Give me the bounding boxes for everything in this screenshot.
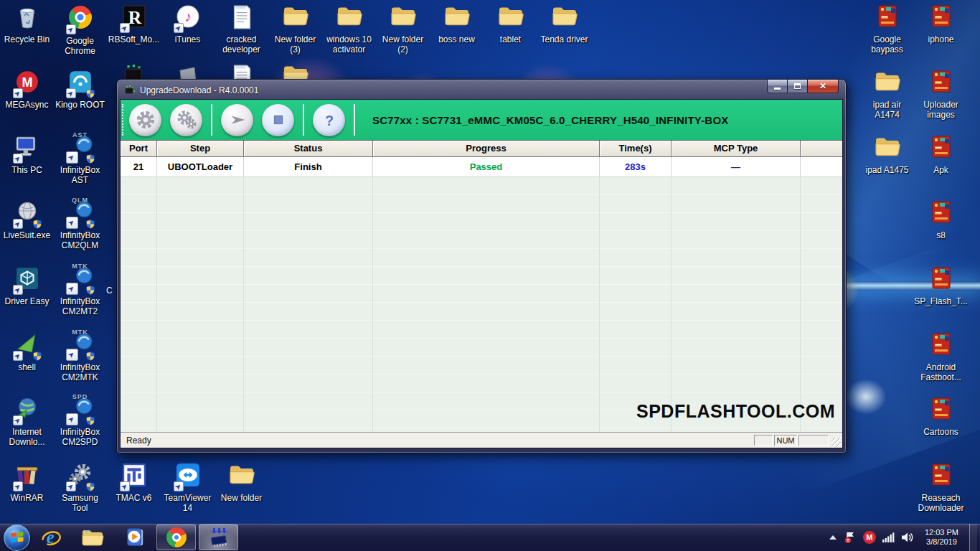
desktop-icon-windows-10-activator[interactable]: windows 10 activator xyxy=(322,4,376,55)
column-header-mcp-type[interactable]: MCP Type xyxy=(672,141,801,156)
desktop-icon-label: This PC xyxy=(0,165,54,175)
desktop-icon-tablet[interactable]: tablet xyxy=(484,4,537,44)
desktop-icon-ipad-air-a1474[interactable]: ipad air A1474 xyxy=(860,70,914,120)
icon-tag-label: MTK xyxy=(72,329,88,336)
desktop-icon-uploader-images[interactable]: Uploader images xyxy=(914,70,968,120)
show-hidden-icons-button[interactable] xyxy=(829,534,837,541)
mega-icon: M➤ xyxy=(12,70,42,98)
desktop-icon-new-folder-3[interactable]: New folder (3) xyxy=(268,4,322,55)
desktop-icon-apk[interactable]: Apk xyxy=(914,135,968,175)
desktop-icon-label: cracked developer xyxy=(215,34,268,55)
tray-clock[interactable]: 12:03 PM 3/8/2019 xyxy=(920,528,963,547)
network-signal-icon[interactable] xyxy=(882,532,895,542)
folder-icon xyxy=(281,4,311,33)
desktop-icon-livesuit-exe[interactable]: ➤LiveSuit.exe xyxy=(0,200,54,240)
desktop-icon-cracked-developer[interactable]: cracked developer xyxy=(215,4,268,55)
shortcut-arrow-icon: ➤ xyxy=(66,413,78,425)
desktop-icon-teamviewer-14[interactable]: ➤TeamViewer 14 xyxy=(161,463,215,513)
column-header-step[interactable]: Step xyxy=(157,141,244,156)
minimize-button[interactable] xyxy=(767,80,788,93)
taskbar-internet-explorer[interactable]: e xyxy=(30,524,72,551)
obscured-icon-label: C xyxy=(106,286,113,296)
window-titlebar[interactable]: UpgradeDownload - R4.0.0001 ✕ xyxy=(120,80,843,99)
desktop-icon-infinitybox-ast[interactable]: AST➤InfinityBox AST xyxy=(53,135,107,185)
desktop-icon-sp-flash-t[interactable]: SP_Flash_T... xyxy=(914,266,968,306)
chrome-icon xyxy=(166,527,187,547)
taskbar-google-chrome[interactable] xyxy=(156,524,196,550)
desktop-icon-infinitybox-cm2spd[interactable]: SPD➤InfinityBox CM2SPD xyxy=(53,397,107,447)
desktop-icon-kingo-root[interactable]: ➤Kingo ROOT xyxy=(53,70,107,110)
desktop-icon-android-fastboot[interactable]: Android Fastboot... xyxy=(914,332,968,382)
desktop-icon-internet-downlo[interactable]: ➤Internet Downlo... xyxy=(0,397,54,447)
desktop-icon-s8[interactable]: s8 xyxy=(914,200,968,240)
shortcut-arrow-icon: ➤ xyxy=(13,285,23,295)
desktop-icon-recycle-bin[interactable]: Recycle Bin xyxy=(0,4,54,44)
cell-step: UBOOTLoader xyxy=(157,157,244,176)
start-download-button[interactable] xyxy=(221,104,253,136)
desktop-icon-reaseach-downloader[interactable]: Reaseach Downloader xyxy=(914,463,968,513)
action-center-flag[interactable] xyxy=(844,531,857,544)
desktop-icon-ipad-a1475[interactable]: ipad A1475 xyxy=(860,135,914,175)
desktop-icon-new-folder[interactable]: New folder xyxy=(215,463,268,503)
desktop-icon-label: InfinityBox CM2MTK xyxy=(53,362,107,382)
desktop-icon-itunes[interactable]: ♪➤iTunes xyxy=(161,4,215,44)
taskbar-upgrade-download-tool[interactable] xyxy=(199,524,238,550)
desktop-icon-infinitybox-cm2mt2[interactable]: MTK➤InfinityBox CM2MT2 xyxy=(53,266,107,316)
desktop-icon-rbsoft-mo[interactable]: R➤RBSoft_Mo... xyxy=(107,4,161,44)
desktop-icon-samsung-tool[interactable]: ➤Samsung Tool xyxy=(53,463,107,513)
desktop-icon-tenda-driver[interactable]: Tenda driver xyxy=(537,4,591,44)
help-button[interactable]: ? xyxy=(313,104,345,136)
desktop-icon-label: Tenda driver xyxy=(537,34,591,44)
desktop-icon-iphone[interactable]: iphone xyxy=(914,4,968,44)
table-row[interactable]: 21 UBOOTLoader Finish Passed 283s — xyxy=(121,157,842,177)
samsungtool-icon: ➤ xyxy=(65,463,95,491)
shortcut-arrow-icon: ➤ xyxy=(13,415,23,425)
desktop-icon-tmac-v6[interactable]: ➤TMAC v6 xyxy=(107,463,161,503)
play-arrow-icon xyxy=(227,109,248,131)
textfile-icon xyxy=(227,4,257,33)
column-header-status[interactable]: Status xyxy=(244,141,373,156)
multi-port-settings-button[interactable] xyxy=(170,104,202,136)
desktop-icon-label: New folder xyxy=(215,493,268,503)
idm-icon: ➤ xyxy=(12,397,42,425)
desktop-icon-label: TMAC v6 xyxy=(107,493,161,503)
column-header-port[interactable]: Port xyxy=(121,141,157,156)
desktop-icon-megasync[interactable]: M➤MEGAsync xyxy=(0,70,54,110)
desktop-icon-winrar[interactable]: ➤WinRAR xyxy=(0,463,54,503)
column-header-empty[interactable] xyxy=(801,141,842,156)
internet-explorer-icon: e xyxy=(40,527,62,548)
shell-icon: ➤ xyxy=(12,332,42,361)
taskbar-windows-explorer[interactable] xyxy=(72,524,113,551)
column-header-time[interactable]: Time(s) xyxy=(600,141,672,156)
desktop-icon-google-chrome[interactable]: ➤Google Chrome xyxy=(53,4,107,56)
desktop-icon-new-folder-2[interactable]: New folder (2) xyxy=(376,4,430,55)
desktop-icon-this-pc[interactable]: ➤This PC xyxy=(0,135,54,175)
resize-grip[interactable] xyxy=(831,438,841,447)
start-button[interactable] xyxy=(4,524,30,551)
close-button[interactable]: ✕ xyxy=(807,80,839,93)
desktop-icon-infinitybox-cm2mtk[interactable]: MTK➤InfinityBox CM2MTK xyxy=(53,332,107,382)
desktop-icon-label: ipad A1475 xyxy=(860,165,914,175)
recyclebin-icon xyxy=(12,4,42,33)
desktop-icon-cartoons[interactable]: Cartoons xyxy=(914,397,968,437)
desktop-icon-boss-new[interactable]: boss new xyxy=(430,4,484,44)
desktop-icon-shell[interactable]: ➤shell xyxy=(0,332,54,372)
teamviewer-icon: ➤ xyxy=(173,463,203,491)
megasync-tray-icon[interactable]: M xyxy=(863,531,876,544)
gear-icon xyxy=(135,109,156,131)
desktop-icon-label: SP_Flash_T... xyxy=(914,296,968,306)
stop-download-button[interactable] xyxy=(262,104,294,136)
toolbar: ? SC77xx : SC7731_eMMC_KM05C_6.0_CHERRY_… xyxy=(121,100,842,140)
cell-empty xyxy=(801,157,842,176)
settings-button[interactable] xyxy=(129,104,161,136)
desktop-icon-google-baypass[interactable]: Google baypass xyxy=(860,4,914,55)
maximize-button[interactable] xyxy=(788,80,807,93)
show-desktop-button[interactable] xyxy=(969,524,977,551)
volume-icon[interactable] xyxy=(901,532,914,543)
desktop-icon-driver-easy[interactable]: ➤Driver Easy xyxy=(0,266,54,306)
column-header-progress[interactable]: Progress xyxy=(373,141,600,156)
redfile-icon xyxy=(872,4,903,33)
desktop-icon-infinitybox-cm2qlm[interactable]: QLM➤InfinityBox CM2QLM xyxy=(53,200,107,250)
taskbar-media-player[interactable] xyxy=(113,524,155,551)
icon-tag-label: AST xyxy=(72,131,88,138)
